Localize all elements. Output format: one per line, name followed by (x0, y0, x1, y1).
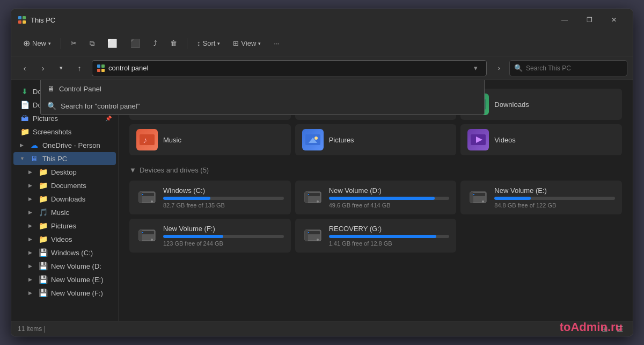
drive-item-newvolumed[interactable]: New Volume (D:) 49.6 GB free of 414 GB (295, 181, 457, 214)
music-folder-name: Music (163, 136, 181, 144)
newvolumef-sub-chevron-icon: ▶ (28, 290, 35, 296)
status-bar: 11 items | ⊞ ☰ (11, 321, 633, 336)
pictures-folder-icon (302, 129, 324, 150)
drive-item-newvolumef[interactable]: New Volume (F:) 123 GB free of 244 GB (129, 219, 291, 253)
svg-rect-3 (23, 20, 26, 24)
sidebar-item-documents-sub[interactable]: ▶ 📁 Documents (13, 179, 116, 192)
drives-section-header[interactable]: ▼ Devices and drives (5) (129, 166, 622, 174)
search-box[interactable]: 🔍 (509, 60, 627, 76)
documents-sub-chevron-icon: ▶ (28, 183, 35, 188)
grid-view-button[interactable]: ⊞ (598, 322, 611, 335)
forward-button[interactable]: › (35, 60, 51, 76)
minimize-button[interactable]: — (552, 11, 577, 28)
sidebar-item-newvolumee-sub-label: New Volume (E:) (51, 276, 112, 284)
windowsc-bar-fill (163, 197, 210, 200)
sidebar-item-thispc[interactable]: ▼ 🖥 This PC (13, 152, 116, 165)
maximize-button[interactable]: ❐ (577, 11, 602, 28)
new-icon: ⊕ (23, 38, 30, 48)
music-sub-chevron-icon: ▶ (28, 210, 35, 215)
folder-item-pictures[interactable]: Pictures (295, 124, 457, 155)
sidebar-item-documents-sub-label: Documents (51, 182, 112, 190)
drive-item-newvolumee[interactable]: New Volume (E:) 84.8 GB free of 122 GB (460, 181, 622, 214)
windowsc-sub-chevron-icon: ▶ (28, 250, 35, 255)
sidebar-item-windowsc-sub-label: Windows (C:) (51, 249, 112, 257)
newvolumee-bar-fill (494, 197, 530, 200)
search-input[interactable] (526, 64, 623, 72)
sidebar-item-pictures-sub[interactable]: ▶ 📁 Pictures (13, 219, 116, 232)
window-controls: — ❐ ✕ (552, 11, 626, 28)
svg-point-48 (317, 239, 319, 241)
sidebar-item-onedrive[interactable]: ▶ ☁ OneDrive - Person (13, 139, 116, 152)
sidebar-item-desktop-sub[interactable]: ▶ 📁 Desktop (13, 166, 116, 178)
downloads-folder-name: Downloads (494, 100, 529, 109)
address-go-button[interactable]: › (491, 60, 507, 76)
sidebar-item-music-sub[interactable]: ▶ 🎵 Music (13, 206, 116, 219)
new-button[interactable]: ⊕ New ▾ (18, 35, 56, 51)
rename-icon: ⬛ (130, 39, 141, 48)
documents-sub-icon: 📁 (38, 181, 48, 190)
view-button[interactable]: ⊞ View ▾ (228, 37, 266, 50)
autocomplete-item-control-panel[interactable]: 🖥 Control Panel (41, 80, 484, 97)
svg-point-33 (317, 200, 319, 203)
drives-chevron-icon: ▼ (129, 166, 136, 174)
address-dropdown-button[interactable]: ▾ (469, 62, 482, 75)
sidebar-item-newvolumef-sub[interactable]: ▶ 💾 New Volume (F:) (13, 286, 116, 299)
sort-button[interactable]: ↕ Sort ▾ (192, 37, 225, 50)
screenshots-icon: 📁 (20, 127, 30, 136)
window-icon (18, 16, 26, 24)
drive-item-recoveryg[interactable]: RECOVERY (G:) 1.41 GB free of 12.8 GB (295, 219, 457, 253)
more-button[interactable]: ··· (268, 37, 285, 50)
svg-rect-7 (101, 69, 105, 72)
sidebar-item-screenshots-label: Screenshots (33, 128, 112, 136)
address-bar[interactable]: ▾ (92, 60, 487, 76)
sort-icon: ↕ (197, 39, 201, 47)
delete-button[interactable]: 🗑 (165, 37, 182, 50)
sidebar-item-videos-sub[interactable]: ▶ 📁 Videos (13, 233, 116, 246)
recoveryg-bar-fill (329, 235, 436, 238)
pictures-sub-icon: 📁 (38, 221, 48, 230)
status-right-controls: ⊞ ☰ (598, 322, 626, 335)
share-button[interactable]: ⤴ (148, 37, 163, 50)
newvolumef-drive-name: New Volume (F:) (163, 225, 284, 233)
back-button[interactable]: ‹ (17, 60, 33, 76)
newvolumed-bar-fill (329, 197, 435, 200)
view-label: View (241, 39, 256, 47)
drives-section-label: Devices and drives (5) (140, 166, 209, 174)
desktop-sub-icon: 📁 (38, 168, 48, 176)
cut-button[interactable]: ✂ (65, 37, 82, 50)
windowsc-drive-icon (136, 187, 158, 209)
sidebar-item-desktop-sub-label: Desktop (51, 168, 112, 176)
list-view-button[interactable]: ☰ (613, 322, 626, 335)
recent-button[interactable]: ▾ (53, 60, 69, 76)
sidebar-item-screenshots[interactable]: 📁 Screenshots (13, 125, 116, 138)
newvolumee-drive-name: New Volume (E:) (494, 186, 615, 195)
copy-button[interactable]: ⧉ (84, 37, 100, 51)
sidebar-item-newvolumed-sub[interactable]: ▶ 💾 New Volume (D: (13, 260, 116, 272)
autocomplete-item-search[interactable]: 🔍 Search for "control panel" (41, 97, 484, 114)
recoveryg-drive-name: RECOVERY (G:) (329, 225, 450, 233)
drive-item-windowsc[interactable]: Windows (C:) 82.7 GB free of 135 GB (129, 181, 291, 214)
thispc-chevron-icon: ▼ (20, 156, 26, 161)
newvolumef-sub-icon: 💾 (38, 289, 48, 297)
sidebar-item-windowsc-sub[interactable]: ▶ 💾 Windows (C:) (13, 246, 116, 259)
more-icon: ··· (274, 39, 280, 47)
sidebar-item-downloads-sub[interactable]: ▶ 📁 Downloads (13, 192, 116, 205)
folder-item-videos[interactable]: Videos (460, 124, 622, 155)
up-button[interactable]: ↑ (71, 60, 87, 76)
newvolumee-bar-bg (494, 197, 615, 200)
close-button[interactable]: ✕ (602, 11, 626, 28)
svg-rect-5 (101, 64, 105, 68)
rename-button[interactable]: ⬛ (125, 36, 146, 51)
folder-item-music[interactable]: ♪ Music (129, 124, 291, 155)
svg-rect-4 (97, 64, 100, 68)
folder-item-downloads[interactable]: Downloads (460, 89, 622, 120)
address-input[interactable] (108, 64, 469, 72)
svg-point-38 (482, 200, 484, 203)
paste-button[interactable]: ⬜ (102, 36, 123, 51)
thispc-icon: 🖥 (30, 154, 39, 163)
svg-point-22 (314, 136, 318, 140)
delete-icon: 🗑 (170, 39, 177, 47)
sidebar-item-newvolumee-sub[interactable]: ▶ 💾 New Volume (E:) (13, 273, 116, 286)
newvolumee-drive-icon (467, 187, 489, 209)
recoveryg-drive-free: 1.41 GB free of 12.8 GB (329, 240, 450, 247)
